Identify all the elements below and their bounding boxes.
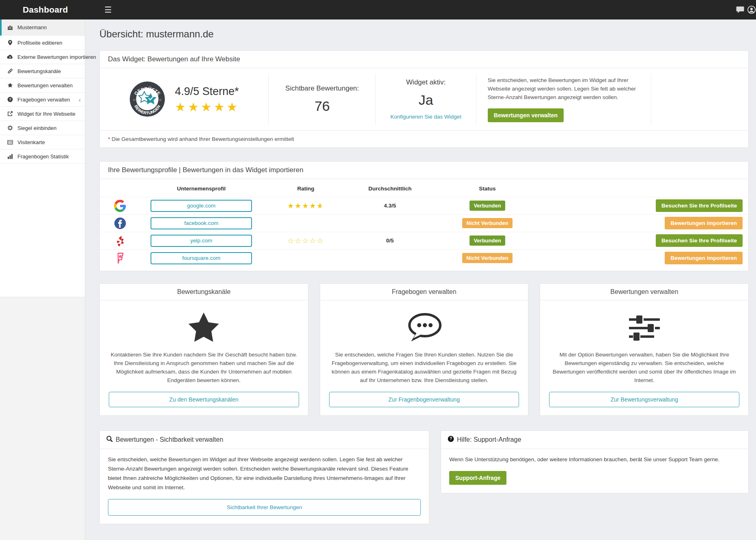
overall-rating-stars-icon: ★★★★★ [175, 101, 239, 113]
visibility-card: Bewertungen - Sichtbarkeit verwalten Sie… [99, 430, 429, 524]
profiles-card-header: Ihre Bewertungsprofile | Bewertungen in … [100, 162, 748, 179]
sidebar-item-fragebogen-verwalten[interactable]: ? Fragebogen verwalten ‹ [0, 93, 85, 107]
goto-bewertungsverwaltung-button[interactable]: Zur Bewertungsverwaltung [549, 392, 739, 407]
widget-card-header: Das Widget: Bewertungen auf Ihre Website [100, 51, 748, 68]
visible-reviews-value: 76 [314, 98, 330, 114]
visible-reviews-cell: Sichtbare Bewertungen: 76 [268, 74, 375, 125]
profile-link-google[interactable]: google.com [151, 200, 252, 212]
star-icon [6, 82, 13, 88]
manage-reviews-button[interactable]: Bewertungen verwalten [488, 108, 564, 122]
visit-profile-button-yelp[interactable]: Besuchen Sie Ihre Profilseite [656, 234, 743, 247]
visibility-card-title: Bewertungen - Sichtbarkeit verwalten [116, 436, 223, 443]
average-rating-yelp: 0/5 [349, 238, 431, 244]
speech-bubble-icon [405, 309, 443, 347]
top-navbar: Dashboard ☰ [0, 0, 756, 19]
sidebar-item-externe-bewertungen-importieren[interactable]: Externe Bewertungen importieren [0, 50, 85, 64]
feature-card-text: Mit der Option Bewertungen verwalten, ha… [549, 351, 739, 385]
feature-card-fragebogen-verwalten: Fragebogen verwalten Sie entscheiden, we… [320, 283, 529, 416]
google-icon [100, 200, 140, 212]
feature-card-bewertungen-verwalten: Bewertungen verwalten Mit der Option Bew… [540, 283, 749, 416]
star-icon [187, 309, 221, 347]
search-icon [106, 436, 113, 444]
page-title: Übersicht: mustermann.de [99, 28, 749, 40]
import-reviews-button-foursquare[interactable]: Bewertungen importieren [665, 252, 743, 264]
overall-rating-text: 4.9/5 Sterne* [175, 85, 239, 98]
feature-card-text: Kontaktieren Sie Ihre Kunden nachdem Sie… [109, 351, 299, 385]
share-icon [6, 111, 13, 117]
sidebar-item-bewertungskanaele[interactable]: Bewertungskanäle [0, 64, 85, 78]
status-badge-facebook: Nicht Verbunden [462, 218, 512, 228]
cloud-download-icon [6, 54, 13, 59]
gepruefte-bewertungen-seal-icon: GEPRÜFTE BEWERTUNGEN ☆ ☆ [129, 80, 166, 118]
configure-widget-link[interactable]: Konfigurieren Sie das Widget [390, 114, 461, 120]
app-title: Dashboard [23, 5, 68, 15]
help-card-text: Wenn Sie Unterstützung benötigen, oder w… [449, 455, 740, 464]
goto-bewertungskanaele-button[interactable]: Zu den Bewertungskanälen [109, 392, 299, 407]
table-row-facebook: facebook.com Nicht Verbunden Bewertungen… [100, 214, 748, 232]
help-card: ? Hilfe: Support-Anfrage Wenn Sie Unters… [441, 430, 749, 493]
goto-fragenbogenverwaltung-button[interactable]: Zur Fragenbogenverwaltung [329, 392, 519, 407]
visibility-card-text: Sie entscheiden, welche Bewertungen im W… [108, 455, 421, 492]
widget-active-value: Ja [419, 92, 433, 108]
widget-active-label: Widget aktiv: [406, 78, 446, 86]
sidebar-item-bewertungen-verwalten[interactable]: Bewertungen verwalten [0, 78, 85, 93]
question-circle-icon: ? [448, 436, 454, 444]
chat-icon[interactable] [733, 6, 747, 13]
average-rating-google: 4.3/5 [349, 203, 431, 209]
profile-link-yelp[interactable]: yelp.com [151, 235, 252, 247]
link-icon [6, 68, 13, 74]
status-badge-foursquare: Nicht Verbunden [462, 253, 512, 263]
svg-text:?: ? [450, 437, 452, 441]
support-request-button[interactable]: Support-Anfrage [449, 471, 506, 485]
svg-text:☆: ☆ [159, 98, 162, 102]
svg-text:☆: ☆ [133, 98, 136, 102]
sidebar-item-profilseite-editieren[interactable]: Profilseite editieren [0, 36, 85, 50]
sidebar-item-widget-fuer-ihre-webseite[interactable]: Widget für Ihre Webseite [0, 107, 85, 121]
foursquare-icon [100, 252, 140, 264]
feature-card-text: Sie entscheiden, welche Fragen Sie Ihren… [329, 351, 519, 385]
profiles-table-header-row: Unternemensprofil Rating Durchschnittlic… [100, 181, 748, 197]
review-profiles-card: Ihre Bewertungsprofile | Bewertungen in … [99, 161, 749, 271]
question-circle-icon: ? [6, 97, 13, 102]
rating-stars-yelp-icon: ☆☆☆☆☆ [262, 237, 349, 244]
facebook-icon [100, 217, 140, 229]
sidebar-item-siegel-einbinden[interactable]: Siegel einbinden [0, 121, 85, 135]
table-row-yelp: yelp.com ☆☆☆☆☆ 0/5 Verbunden Besuchen Si… [100, 232, 748, 249]
sidebar: Mustermann Profilseite editieren Externe… [0, 19, 85, 540]
profile-link-foursquare[interactable]: foursquare.com [151, 252, 252, 264]
help-card-title: Hilfe: Support-Anfrage [457, 436, 521, 443]
user-icon[interactable] [747, 5, 756, 15]
column-header-rating: Rating [262, 186, 349, 192]
feature-card-title: Bewertungskanäle [100, 284, 308, 300]
widget-footnote: * Die Gesamtbewertung wird anhand Ihrer … [100, 130, 748, 147]
visit-profile-button-google[interactable]: Besuchen Sie Ihre Profilseite [656, 199, 743, 212]
table-row-foursquare: foursquare.com Nicht Verbunden Bewertung… [100, 249, 748, 267]
import-reviews-button-facebook[interactable]: Bewertungen importieren [665, 217, 743, 229]
chevron-left-icon: ‹ [79, 96, 81, 103]
status-badge-yelp: Verbunden [470, 235, 505, 246]
table-row-google: google.com ★★★★★☆ 4.3/5 Verbunden Besuch… [100, 197, 748, 214]
seal-gear-icon [6, 125, 13, 131]
profile-link-facebook[interactable]: facebook.com [151, 217, 252, 229]
widget-description-cell: Sie entscheiden, welche Bewertungen im W… [476, 74, 651, 125]
column-header-average: Durchschnittlich [349, 186, 431, 192]
map-marker-icon [6, 40, 13, 45]
sidebar-item-fragenbogen-statistik[interactable]: Fragenbogen Statistik [0, 149, 85, 164]
feature-card-title: Bewertungen verwalten [540, 284, 748, 300]
widget-card: Das Widget: Bewertungen auf Ihre Website… [99, 50, 749, 148]
sidebar-item-mustermann[interactable]: Mustermann [0, 19, 85, 36]
widget-description-text: Sie entscheiden, welche Bewertungen im W… [488, 76, 640, 102]
briefcase-icon [6, 25, 13, 30]
widget-empty-cell [651, 74, 748, 125]
widget-active-cell: Widget aktiv: Ja Konfigurieren Sie das W… [375, 74, 476, 125]
chat-bubble-glyph [736, 6, 744, 13]
user-circle-glyph [747, 5, 756, 15]
hamburger-menu-icon[interactable]: ☰ [105, 5, 112, 15]
sidebar-item-visitenkarte[interactable]: Visitenkarte [0, 135, 85, 149]
feature-card-title: Fragebogen verwalten [320, 284, 528, 300]
column-header-profile: Unternemensprofil [140, 186, 262, 192]
visibility-reviews-button[interactable]: Sichtbarkeit Ihrer Bewertungen [108, 499, 421, 516]
status-badge-google: Verbunden [470, 201, 505, 211]
visible-reviews-label: Sichtbare Bewertungen: [285, 84, 359, 93]
bar-chart-icon [6, 154, 13, 159]
